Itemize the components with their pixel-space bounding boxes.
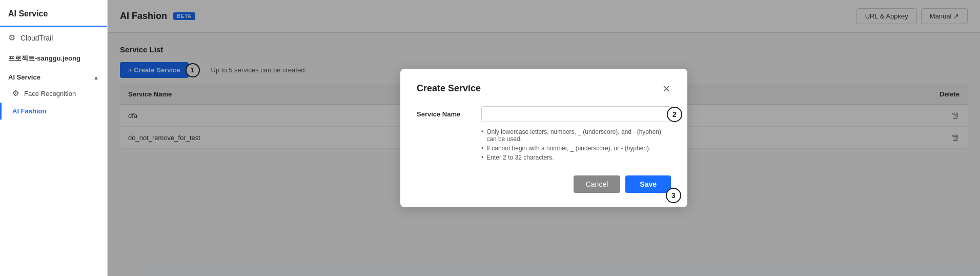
hint-list: Only lowercase letters, numbers, _ (unde…: [481, 128, 671, 161]
chevron-up-icon: ▲: [93, 74, 99, 81]
step-2-badge: 2: [667, 107, 682, 122]
modal-title: Create Service: [417, 83, 481, 94]
sidebar-item-face-recognition-label: Face Recognition: [24, 90, 76, 97]
sidebar-item-face-recognition[interactable]: ⚙ Face Recognition: [0, 84, 107, 103]
modal-body: Service Name 2 Only lowercase letters, n…: [417, 106, 671, 161]
face-recognition-icon: ⚙: [12, 89, 19, 98]
cancel-button[interactable]: Cancel: [574, 175, 621, 193]
service-name-input-col: 2: [481, 106, 671, 122]
service-name-row: Service Name 2: [417, 106, 671, 122]
sidebar-title: AI Service: [8, 9, 48, 18]
sidebar-header: AI Service: [0, 0, 107, 27]
hint-item: It cannot begin with a number, _ (unders…: [481, 145, 671, 152]
hint-item: Only lowercase letters, numbers, _ (unde…: [481, 128, 671, 143]
service-name-input[interactable]: [481, 106, 671, 122]
sidebar-item-cloudtrail-label: CloudTrail: [21, 34, 53, 42]
hint-item: Enter 2 to 32 characters.: [481, 154, 671, 161]
gear-icon: ⚙: [8, 33, 15, 43]
hints-container: Only lowercase letters, numbers, _ (unde…: [481, 128, 671, 161]
sidebar-item-ai-fashion[interactable]: AI Fashion: [0, 103, 107, 120]
sidebar-ai-service-label: AI Service: [8, 73, 40, 81]
modal-close-button[interactable]: ✕: [662, 84, 671, 94]
modal-header: Create Service ✕: [417, 83, 671, 94]
create-service-modal: Create Service ✕ Service Name 2 Only low…: [400, 69, 687, 207]
sidebar: AI Service ⚙ CloudTrail 프로젝트-sanggu.jeon…: [0, 0, 108, 276]
sidebar-project-label: 프로젝트-sanggu.jeong: [0, 49, 107, 68]
sidebar-ai-service-section[interactable]: AI Service ▲: [0, 68, 107, 84]
main-panel: AI Fashion BETA URL & Appkey Manual ↗ Se…: [108, 0, 980, 276]
save-button[interactable]: Save: [625, 175, 671, 193]
modal-footer: Cancel Save 3: [417, 175, 671, 193]
sidebar-item-cloudtrail[interactable]: ⚙ CloudTrail: [0, 27, 107, 49]
step-3-badge: 3: [666, 188, 681, 203]
modal-overlay: Create Service ✕ Service Name 2 Only low…: [108, 0, 980, 276]
sidebar-item-ai-fashion-label: AI Fashion: [12, 107, 46, 115]
service-name-label: Service Name: [417, 106, 473, 118]
